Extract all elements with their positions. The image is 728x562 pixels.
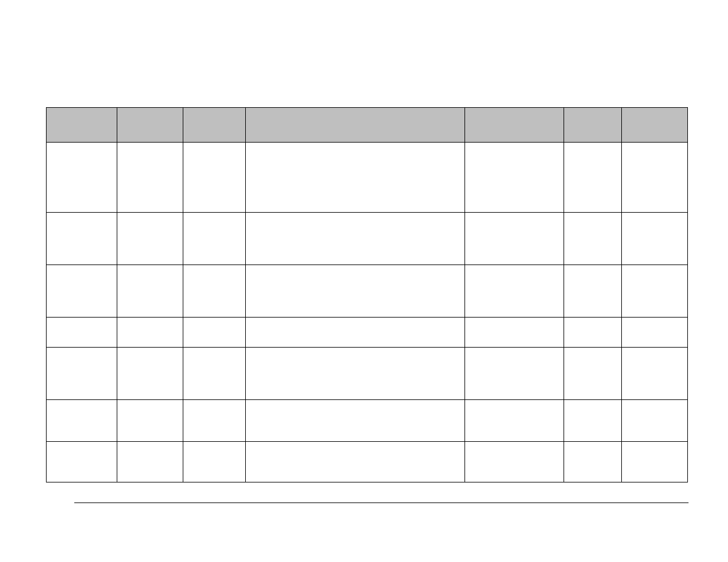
table-cell	[246, 348, 465, 400]
table-cell	[117, 318, 183, 348]
table-cell	[622, 318, 688, 348]
table-cell	[564, 213, 622, 265]
table-cell	[465, 318, 564, 348]
table-cell	[465, 400, 564, 442]
table-row	[47, 213, 688, 265]
table-cell	[564, 318, 622, 348]
table-header-row	[47, 108, 688, 143]
empty-data-table	[46, 107, 688, 482]
table-row	[47, 400, 688, 442]
table-cell	[465, 348, 564, 400]
page	[0, 0, 728, 562]
table-cell	[622, 213, 688, 265]
table-cell	[246, 442, 465, 482]
table-cell	[465, 213, 564, 265]
table-cell	[564, 348, 622, 400]
table-cell	[183, 318, 246, 348]
table-header-cell	[622, 108, 688, 143]
table-cell	[117, 348, 183, 400]
footnote-separator-rule	[74, 503, 689, 503]
table-cell	[183, 213, 246, 265]
table-cell	[47, 318, 117, 348]
table-cell	[47, 143, 117, 213]
table-cell	[117, 143, 183, 213]
table-row	[47, 265, 688, 318]
table-cell	[47, 265, 117, 318]
table-cell	[622, 143, 688, 213]
table-cell	[183, 265, 246, 318]
table-header-cell	[564, 108, 622, 143]
table-cell	[622, 442, 688, 482]
table-header-cell	[47, 108, 117, 143]
table-cell	[183, 442, 246, 482]
table-cell	[246, 213, 465, 265]
table-cell	[564, 442, 622, 482]
table-cell	[465, 143, 564, 213]
table-cell	[117, 442, 183, 482]
table-cell	[47, 442, 117, 482]
table-cell	[246, 143, 465, 213]
table-cell	[117, 213, 183, 265]
table-cell	[622, 400, 688, 442]
table-row	[47, 442, 688, 482]
table-cell	[465, 442, 564, 482]
table-row	[47, 143, 688, 213]
table-cell	[564, 265, 622, 318]
table-header-cell	[183, 108, 246, 143]
table-cell	[622, 265, 688, 318]
table-header-cell	[246, 108, 465, 143]
table-cell	[246, 318, 465, 348]
table-cell	[47, 348, 117, 400]
table-row	[47, 348, 688, 400]
table-cell	[47, 213, 117, 265]
table-header-cell	[117, 108, 183, 143]
table-cell	[183, 400, 246, 442]
table-cell	[183, 143, 246, 213]
table-cell	[246, 265, 465, 318]
table-cell	[564, 400, 622, 442]
table-cell	[622, 348, 688, 400]
table-cell	[465, 265, 564, 318]
table-cell	[564, 143, 622, 213]
table-cell	[117, 400, 183, 442]
table-row	[47, 318, 688, 348]
table-header-cell	[465, 108, 564, 143]
table-cell	[246, 400, 465, 442]
table-cell	[47, 400, 117, 442]
table-cell	[117, 265, 183, 318]
table-cell	[183, 348, 246, 400]
